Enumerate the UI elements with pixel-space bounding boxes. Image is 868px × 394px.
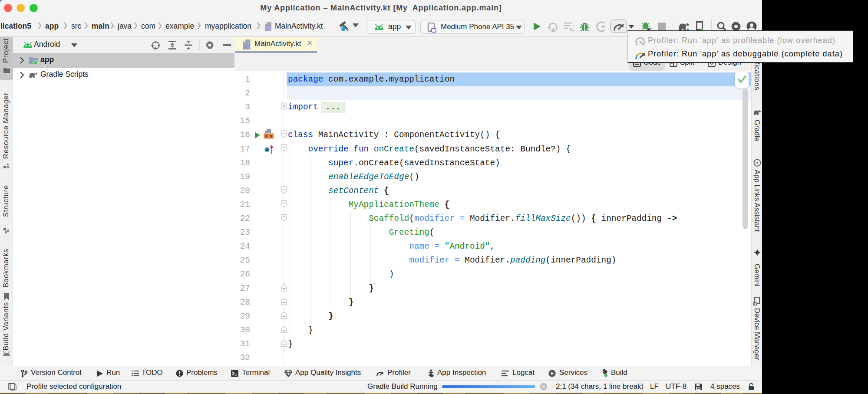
svg-text:A: A xyxy=(551,27,555,32)
